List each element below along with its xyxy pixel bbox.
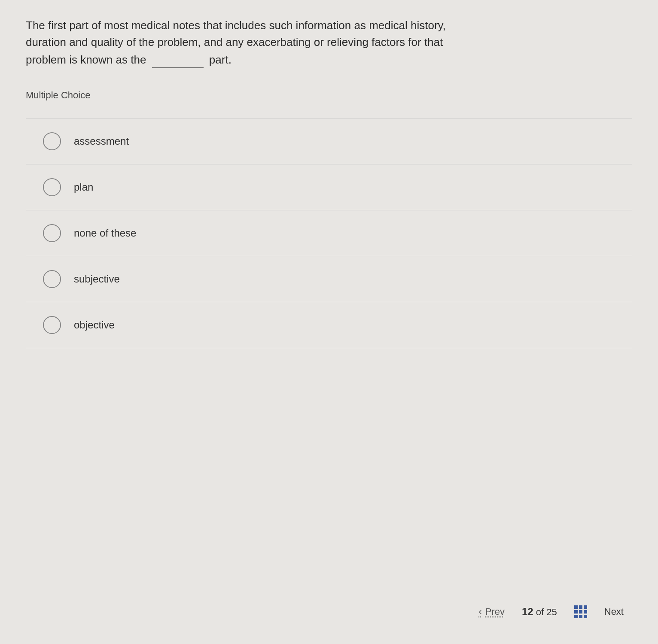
grid-dot-5 [579, 610, 582, 614]
options-container: assessment plan none of these subjective… [26, 118, 632, 592]
radio-objective[interactable] [43, 316, 61, 334]
question-blank [152, 51, 204, 68]
option-none-of-these[interactable]: none of these [26, 210, 632, 256]
grid-dot-1 [574, 605, 578, 609]
radio-assessment[interactable] [43, 132, 61, 150]
next-button[interactable]: Next [604, 606, 624, 617]
footer: ‹ Prev 12 of 25 Next [26, 592, 632, 627]
radio-plan[interactable] [43, 178, 61, 196]
option-none-of-these-label: none of these [74, 227, 136, 239]
grid-dot-8 [579, 615, 582, 618]
current-page: 12 [522, 606, 533, 617]
grid-dot-4 [574, 610, 578, 614]
grid-dot-2 [579, 605, 582, 609]
grid-icon[interactable] [574, 605, 587, 618]
option-objective[interactable]: objective [26, 302, 632, 348]
question-text: The first part of most medical notes tha… [26, 17, 455, 68]
prev-label: Prev [485, 606, 505, 617]
option-subjective[interactable]: subjective [26, 256, 632, 302]
radio-subjective[interactable] [43, 270, 61, 288]
option-objective-label: objective [74, 319, 115, 331]
total-pages: 25 [546, 607, 557, 617]
of-label: of [536, 607, 544, 617]
page-container: The first part of most medical notes tha… [0, 0, 658, 644]
option-assessment-label: assessment [74, 135, 129, 147]
grid-dot-7 [574, 615, 578, 618]
footer-nav: ‹ Prev 12 of 25 Next [478, 605, 624, 618]
prev-button[interactable]: ‹ Prev [478, 606, 505, 617]
question-text-part2: part. [209, 53, 232, 66]
radio-none-of-these[interactable] [43, 224, 61, 242]
grid-dot-9 [584, 615, 587, 618]
grid-dot-3 [584, 605, 587, 609]
option-plan-label: plan [74, 181, 93, 193]
option-subjective-label: subjective [74, 273, 120, 285]
question-text-part1: The first part of most medical notes tha… [26, 19, 446, 66]
grid-dot-6 [584, 610, 587, 614]
option-plan[interactable]: plan [26, 164, 632, 210]
chevron-left-icon: ‹ [478, 606, 481, 617]
section-label: Multiple Choice [26, 90, 632, 101]
option-assessment[interactable]: assessment [26, 118, 632, 164]
page-indicator: 12 of 25 [522, 606, 557, 618]
next-label: Next [604, 606, 624, 617]
